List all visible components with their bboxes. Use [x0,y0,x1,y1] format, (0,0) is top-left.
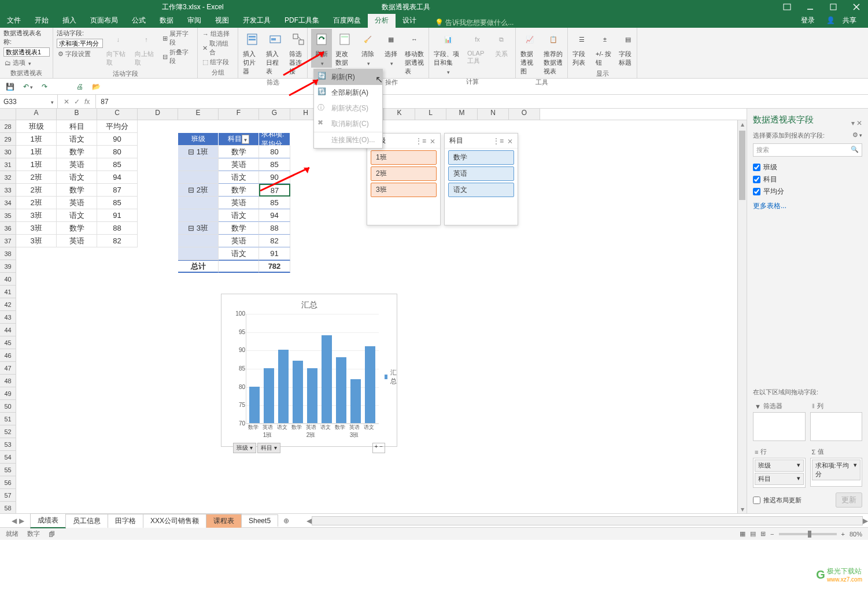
tab-baidu[interactable]: 百度网盘 [326,13,368,28]
cell[interactable]: ⊟ 2班 [178,184,219,197]
expand-field-button[interactable]: ⊞ 展开字段 [161,29,194,47]
maximize-icon[interactable] [822,0,845,14]
cell[interactable]: 80 [259,146,290,158]
cell[interactable]: 英语 [57,235,97,247]
cell[interactable]: 782 [259,260,290,273]
cell[interactable]: 88 [97,222,138,235]
tab-developer[interactable]: 开发工具 [236,13,278,28]
cell[interactable]: 82 [259,235,290,247]
row-header[interactable]: 52 [0,425,16,438]
row-header[interactable]: 31 [0,158,16,171]
cell[interactable]: 语文 [57,209,97,222]
row-header[interactable]: 46 [0,349,16,362]
open-icon[interactable]: 📂 [92,83,101,91]
add-sheet-icon[interactable]: ⊕ [283,517,289,525]
cell[interactable]: 总计 [178,260,219,273]
cell[interactable]: 语文 [57,171,97,184]
row-header[interactable]: 35 [0,209,16,222]
cell[interactable]: 1班 [16,133,57,146]
slicer-item[interactable]: 语文 [448,183,514,197]
row-header[interactable]: 29 [0,133,16,146]
cell[interactable] [219,260,259,273]
cell[interactable]: 数学 [219,222,259,235]
row-header[interactable]: 33 [0,184,16,197]
print-preview-icon[interactable]: 🖨 [76,83,83,91]
cell[interactable]: 数学 [57,222,97,235]
row-header[interactable]: 44 [0,324,16,336]
zoom-slider[interactable] [779,533,837,535]
row-header[interactable]: 48 [0,375,16,387]
column-header[interactable]: K [384,109,415,120]
column-header[interactable]: O [509,109,540,120]
zoom-level[interactable]: 80% [849,531,862,538]
row-header[interactable]: 49 [0,387,16,400]
cell[interactable]: 82 [97,235,138,247]
tell-me-search[interactable]: 💡 告诉我您想要做什么... [435,18,514,28]
cell[interactable]: 2班 [16,184,57,197]
row-header[interactable]: 56 [0,476,16,489]
login-link[interactable]: 登录 [795,13,821,28]
save-icon[interactable]: 💾 [6,83,14,91]
field-pane-close-icon[interactable]: ▾ ✕ [851,119,862,127]
slicer-clear-icon[interactable]: ⨯ [430,137,435,145]
field-checkbox[interactable] [753,164,760,171]
sheet-tab[interactable]: 成绩表 [30,513,66,528]
cell[interactable]: 数学 [219,184,259,197]
cell[interactable]: 数学 [57,146,97,158]
column-header[interactable]: B [57,109,97,120]
tab-analyze[interactable]: 分析 [368,13,396,28]
cell[interactable] [178,235,219,247]
pivot-chart-button[interactable]: 📈数据透视图 [519,29,540,77]
cell[interactable]: 英语 [57,158,97,171]
cell[interactable]: 2班 [16,171,57,184]
sheet-tab[interactable]: 课程表 [206,514,242,528]
sheet-tab[interactable]: Sheet5 [241,514,278,527]
sheet-tab[interactable]: 员工信息 [65,514,108,528]
pivot-chart[interactable]: 汇总 707580859095100 数学英语语文数学英语语文数学英语语文 1班… [221,294,397,447]
sheet-tab[interactable]: XXX公司销售额 [143,514,206,528]
slicer-item[interactable]: 3班 [371,183,437,197]
sheet-tab[interactable]: 田字格 [108,514,143,528]
row-header[interactable]: 45 [0,336,16,349]
column-header[interactable]: A [16,109,57,120]
cell[interactable]: 语文 [57,133,97,146]
field-list-button[interactable]: ☰字段列表 [571,29,592,68]
name-box[interactable]: G33 [0,95,58,108]
recommended-pivot-button[interactable]: 📋推荐的数据透视表 [542,29,564,77]
cell[interactable]: 英语 [57,197,97,209]
field-pane-gear-icon[interactable] [852,131,862,140]
tab-pagelayout[interactable]: 页面布局 [83,13,125,28]
tab-data[interactable]: 数据 [153,13,180,28]
chart-filter-subject[interactable]: 科目 ▾ [257,443,280,453]
column-header[interactable]: E [178,109,219,120]
cell[interactable]: 91 [97,209,138,222]
cell[interactable]: 英语 [219,158,259,171]
view-break-icon[interactable]: ⊞ [760,530,766,538]
row-header[interactable]: 36 [0,222,16,235]
row-header[interactable]: 40 [0,273,16,286]
row-header[interactable]: 57 [0,489,16,502]
field-list-item[interactable]: 班级 [753,161,862,173]
area-item[interactable]: 班级▾ [755,460,804,472]
worksheet-area[interactable]: ABCDEFGHIJKLMNO 282930313233343536373839… [0,109,747,513]
minimize-icon[interactable] [799,0,822,14]
tab-pdf[interactable]: PDF工具集 [278,13,326,28]
cell[interactable] [178,171,219,184]
slicer-clear-icon[interactable]: ⨯ [507,137,513,145]
tab-insert[interactable]: 插入 [56,13,83,28]
slicer-multi-icon[interactable]: ⋮≡ [415,137,426,145]
area-item[interactable]: 科目▾ [755,473,804,485]
row-header[interactable]: 54 [0,451,16,464]
value-area[interactable]: 求和项:平均分▾ [810,458,863,487]
row-header[interactable]: 51 [0,413,16,425]
fx-icon[interactable]: fx [84,98,90,106]
cell[interactable]: 87 [97,184,138,197]
cell[interactable]: 科目 [219,133,259,146]
row-header[interactable]: 28 [0,120,16,133]
column-header[interactable]: F [219,109,259,120]
column-header[interactable]: C [97,109,138,120]
undo-icon[interactable]: ↶ [23,83,33,91]
filter-area[interactable] [753,412,806,441]
field-list-item[interactable]: 科目 [753,173,862,186]
ribbon-options-icon[interactable] [775,0,799,14]
